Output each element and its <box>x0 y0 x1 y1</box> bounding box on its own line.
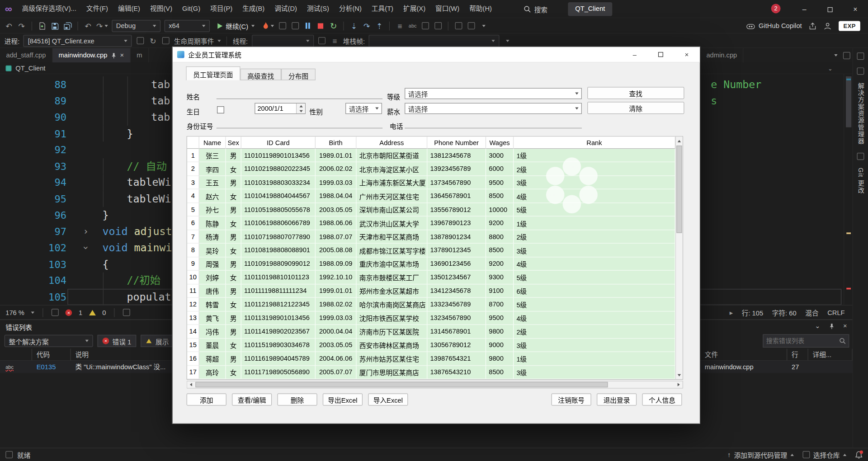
menu-item[interactable]: 帮助(H) <box>464 0 497 18</box>
table-cell[interactable]: 4级 <box>514 189 675 203</box>
table-cell[interactable]: 5级 <box>514 271 675 284</box>
editor-tab-admin[interactable]: admin.cpp <box>700 48 744 63</box>
col-code[interactable]: 代码 <box>32 348 71 361</box>
delete-button[interactable]: 删除 <box>277 394 317 406</box>
app-maximize-icon[interactable] <box>648 47 674 62</box>
editor-scrollbar[interactable] <box>844 74 853 305</box>
menu-item[interactable]: 项目(P) <box>205 0 237 18</box>
table-cell[interactable]: 2005.08.08 <box>316 244 357 257</box>
table-cell[interactable]: 男 <box>226 352 241 366</box>
table-cell[interactable]: 男 <box>226 176 241 189</box>
row-number[interactable]: 15 <box>187 339 199 352</box>
table-row[interactable]: 4赵六女1101041988040445671988.04.04广州市天河区某住… <box>187 189 675 203</box>
scrollbar-thumb[interactable] <box>846 76 851 127</box>
table-cell[interactable]: 13987654321 <box>427 352 486 366</box>
add-to-source-control-button[interactable]: ↑ 添加到源代码管理 <box>727 450 794 460</box>
table-cell[interactable]: 1988.04.04 <box>316 189 357 203</box>
share-icon[interactable] <box>809 22 817 30</box>
table-cell[interactable]: 13556789012 <box>427 203 486 216</box>
table-cell[interactable]: 110116198904045789 <box>241 352 316 366</box>
notification-badge[interactable]: 2 <box>771 4 781 14</box>
process-dropdown[interactable]: [84516] QT_Client.exe <box>24 35 132 47</box>
git-changes-tab[interactable]: Git 更改 <box>856 167 865 193</box>
table-cell[interactable]: 110105198805055678 <box>241 203 316 216</box>
import-excel-button[interactable]: 导入Excel <box>368 394 408 406</box>
table-row[interactable]: 14冯伟男1101141989020235672000.04.04济南市历下区某… <box>187 325 675 339</box>
table-cell[interactable]: 4级 <box>514 311 675 325</box>
continue-button[interactable]: 继续(C) <box>213 19 259 32</box>
level-dropdown[interactable]: 请选择 <box>405 88 582 99</box>
table-cell[interactable]: 刘婷 <box>199 271 226 284</box>
row-number[interactable]: 10 <box>187 271 199 284</box>
table-cell[interactable]: 9500 <box>486 311 514 325</box>
table-cell[interactable]: 9500 <box>486 176 514 189</box>
table-cell[interactable]: 110108198808088901 <box>241 244 316 257</box>
platform-dropdown[interactable]: x64 <box>164 19 209 32</box>
table-cell[interactable]: 女 <box>226 339 241 352</box>
undo-icon[interactable]: ↶ <box>84 19 93 32</box>
table-cell[interactable]: 6级 <box>514 284 675 298</box>
table-cell[interactable]: 上海市浦东新区某大厦 <box>357 176 428 189</box>
line-indicator[interactable]: 行: 105 <box>742 308 763 317</box>
bookmark-icon[interactable] <box>454 19 463 32</box>
table-cell[interactable]: 1988.09.09 <box>316 257 357 271</box>
table-cell[interactable]: 武汉市洪山区某大学 <box>357 216 428 230</box>
table-cell[interactable]: 男 <box>226 257 241 271</box>
table-cell[interactable]: 2003.05.05 <box>316 339 357 352</box>
table-cell[interactable]: 110109198809099012 <box>241 257 316 271</box>
menu-item[interactable]: Git(G) <box>177 0 205 18</box>
row-number[interactable]: 2 <box>187 162 199 176</box>
table-cell[interactable]: 6000 <box>486 162 514 176</box>
table-cell[interactable]: 韩雪 <box>199 298 226 311</box>
table-cell[interactable]: 郑州市金水区某超市 <box>357 284 428 298</box>
tab-list-chevron-icon[interactable] <box>834 54 837 56</box>
bookmark-list-icon[interactable] <box>467 19 476 32</box>
solution-config-dropdown[interactable]: Debug <box>112 19 160 32</box>
col-line[interactable]: 行 <box>787 348 808 361</box>
table-cell[interactable]: 冯伟 <box>199 325 226 339</box>
editor-tab-m[interactable]: m <box>131 48 149 63</box>
menu-item[interactable]: 高级保存选项(V)... <box>17 0 81 18</box>
table-cell[interactable]: 13734567890 <box>427 176 486 189</box>
row-number[interactable]: 12 <box>187 298 199 311</box>
table-cell[interactable]: 110110198810101123 <box>241 271 316 284</box>
refresh-process-icon[interactable]: ↻ <box>149 35 158 47</box>
table-cell[interactable]: 1级 <box>514 352 675 366</box>
row-number[interactable]: 3 <box>187 176 199 189</box>
table-cell[interactable]: 董晨 <box>199 339 226 352</box>
row-number[interactable]: 7 <box>187 230 199 244</box>
table-cell[interactable]: 10000 <box>486 203 514 216</box>
table-cell[interactable]: 女 <box>226 271 241 284</box>
menu-item[interactable]: 文件(F) <box>81 0 113 18</box>
table-row[interactable]: 10刘婷女1101101988101011231992.10.10南京市鼓楼区某… <box>187 271 675 284</box>
table-cell[interactable]: 厦门市思明区某商店 <box>357 366 428 379</box>
table-cell[interactable]: 13056789012 <box>427 339 486 352</box>
stop-debugging-icon[interactable] <box>316 19 326 32</box>
table-row[interactable]: 2李四女1101021988020223452006.02.02北京市海淀区某小… <box>187 162 675 176</box>
minimize-icon[interactable]: – <box>792 0 817 18</box>
id-card-input[interactable] <box>217 118 382 128</box>
table-cell[interactable]: 赵六 <box>199 189 226 203</box>
tab-options-icon[interactable] <box>843 52 850 59</box>
table-header-cell[interactable]: Name <box>199 136 226 149</box>
table-row[interactable]: 9周强男1101091988090990121988.09.09重庆市渝中区某市… <box>187 257 675 271</box>
solution-explorer-icon[interactable] <box>857 67 864 75</box>
table-cell[interactable]: 女 <box>226 162 241 176</box>
health-icon[interactable] <box>123 309 130 316</box>
row-number[interactable]: 1 <box>187 149 199 162</box>
cancel-account-button[interactable]: 注销账号 <box>552 394 591 406</box>
table-cell[interactable]: 9000 <box>486 339 514 352</box>
row-number[interactable]: 13 <box>187 311 199 325</box>
personal-info-button[interactable]: 个人信息 <box>642 394 682 406</box>
export-excel-button[interactable]: 导出Excel <box>323 394 363 406</box>
table-cell[interactable]: 2003.05.05 <box>316 203 357 216</box>
table-cell[interactable]: 1988.07.07 <box>316 230 357 244</box>
row-number[interactable]: 16 <box>187 352 199 366</box>
table-cell[interactable]: 9800 <box>486 352 514 366</box>
save-all-icon[interactable] <box>63 19 72 32</box>
debugrow-overflow-icon[interactable] <box>503 35 512 47</box>
scrollbar-thumb[interactable] <box>195 382 608 387</box>
table-cell[interactable]: 8500 <box>486 244 514 257</box>
table-cell[interactable]: 5级 <box>514 203 675 216</box>
panel-menu-chevron-icon[interactable]: ⌄ <box>815 322 820 330</box>
